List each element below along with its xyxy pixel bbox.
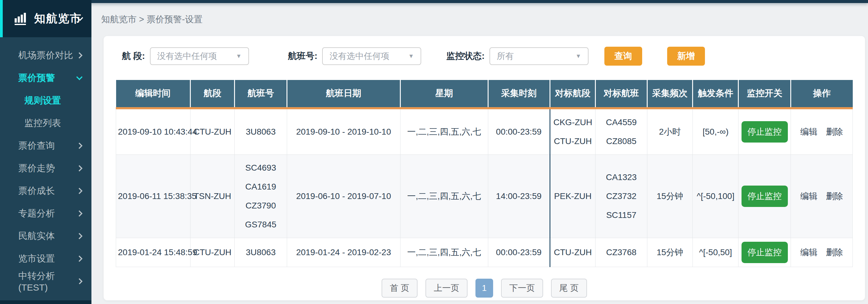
cell-line: CZ3732 <box>597 187 645 206</box>
caret-down-icon: ▼ <box>576 53 581 59</box>
first-page-button[interactable]: 首 页 <box>381 279 417 298</box>
cell-flight-date: 2019-06-10 - 2019-07-10 <box>287 155 400 238</box>
cell-collect-frequency: 2小时 <box>647 108 693 155</box>
cell-trigger-condition: ^[-50,100] <box>693 155 739 238</box>
next-page-button[interactable]: 下一页 <box>501 279 543 298</box>
monitor-status-select-value: 所有 <box>497 50 514 62</box>
column-header-benchmark-segment: 对标航段 <box>550 80 595 108</box>
cell-edit-time: 2019-01-24 15:48:59 <box>116 238 190 267</box>
cell-line: CA1323 <box>597 168 645 187</box>
column-header-flight-date: 航班日期 <box>287 80 400 108</box>
flight-no-select[interactable]: 没有选中任何项 ▼ <box>322 47 421 65</box>
column-header-benchmark-flight: 对标航班 <box>595 80 647 108</box>
content-card: 航 段: 没有选中任何项 ▼ 航班号: 没有选中任何项 ▼ 监控状态: 所有 ▼… <box>104 36 865 300</box>
sidebar-item-专题分析[interactable]: 专题分析 <box>0 202 91 225</box>
edit-link[interactable]: 编辑 <box>800 191 817 201</box>
query-button[interactable]: 查询 <box>604 47 642 65</box>
cell-collect-time: 00:00-23:59 <box>488 238 550 267</box>
cell-monitor-switch: 停止监控 <box>739 108 791 155</box>
sidebar-footer <box>0 300 91 304</box>
cell-line: SC4693 <box>237 158 285 177</box>
table-row: 2019-06-11 15:38:35TSN-ZUHSC4693CA1619CZ… <box>116 155 853 238</box>
chevron-right-icon <box>76 52 83 58</box>
cell-flight-no: 3U8063 <box>235 238 287 267</box>
cell-line: CA4559 <box>597 113 645 132</box>
caret-down-icon: ▼ <box>236 53 242 59</box>
column-header-collect-frequency: 采集频次 <box>647 80 693 108</box>
edit-link[interactable]: 编辑 <box>800 248 817 257</box>
cell-line: CZ8085 <box>597 132 645 151</box>
stop-monitoring-button[interactable]: 停止监控 <box>742 242 788 263</box>
sidebar-item-中转分析(TEST)[interactable]: 中转分析(TEST) <box>0 270 91 293</box>
table-row: 2019-09-10 10:43:44CTU-ZUH3U80632019-09-… <box>116 108 853 155</box>
cell-segment: CTU-ZUH <box>190 108 235 155</box>
sidebar-item-规则设置[interactable]: 规则设置 <box>0 89 91 112</box>
sidebar-item-票价预警[interactable]: 票价预警 <box>0 66 91 89</box>
last-page-button[interactable]: 尾 页 <box>551 279 587 298</box>
segment-select-value: 没有选中任何项 <box>157 50 217 62</box>
caret-down-icon: ▼ <box>408 53 414 59</box>
delete-link[interactable]: 删除 <box>826 191 843 201</box>
sidebar-menu: 机场票价对比票价预警规则设置监控列表票价查询票价走势票价成长专题分析民航实体览市… <box>0 37 91 300</box>
cell-line: 一,二,三,四,五,六,七 <box>402 186 486 206</box>
cell-segment: CTU-ZUH <box>190 238 235 267</box>
sidebar-header[interactable]: 知航览市 <box>0 0 91 37</box>
sidebar-item-机场票价对比[interactable]: 机场票价对比 <box>0 44 91 66</box>
delete-link[interactable]: 删除 <box>826 127 843 136</box>
cell-line: SC1157 <box>597 206 645 225</box>
cell-line: 2019-01-24 - 2019-02-23 <box>289 243 398 262</box>
sidebar-item-票价走势[interactable]: 票价走势 <box>0 157 91 179</box>
column-header-segment: 航段 <box>190 80 235 108</box>
cell-edit-time: 2019-06-11 15:38:35 <box>116 155 190 238</box>
cell-line: CTU-ZUH <box>192 122 232 141</box>
cell-weekdays: 一,二,三,四,五,六,七 <box>400 108 488 155</box>
delete-link[interactable]: 删除 <box>826 248 843 257</box>
sidebar: 知航览市 机场票价对比票价预警规则设置监控列表票价查询票价走势票价成长专题分析民… <box>0 0 91 304</box>
sidebar-accent-bar <box>0 0 3 37</box>
monitor-status-filter-label: 监控状态: <box>446 50 485 62</box>
cell-flight-no: SC4693CA1619CZ3790GS7845 <box>235 155 287 238</box>
cell-line: 2019-06-10 - 2019-07-10 <box>289 187 398 206</box>
edit-link[interactable]: 编辑 <box>800 127 817 136</box>
monitor-status-select[interactable]: 所有 ▼ <box>490 47 589 65</box>
column-header-flight-no: 航班号 <box>235 80 287 108</box>
page-number-button[interactable]: 1 <box>475 279 493 298</box>
cell-benchmark-segment: PEK-ZUH <box>550 155 595 238</box>
sidebar-item-监控列表[interactable]: 监控列表 <box>0 112 91 134</box>
cell-collect-time: 00:00-23:59 <box>488 108 550 155</box>
cell-line: 一,二,三,四,五,六,七 <box>402 121 486 142</box>
cell-collect-time: 14:00-23:59 <box>488 155 550 238</box>
cell-line: CA1619 <box>237 177 285 196</box>
cell-line: 2小时 <box>649 121 691 142</box>
column-header-operations: 操作 <box>790 80 852 108</box>
sidebar-item-label: 机场票价对比 <box>18 49 73 62</box>
add-button[interactable]: 新增 <box>667 47 705 65</box>
column-header-trigger-condition: 触发条件 <box>693 80 739 108</box>
stop-monitoring-button[interactable]: 停止监控 <box>742 121 788 142</box>
cell-collect-frequency: 15分钟 <box>647 238 693 267</box>
cell-weekdays: 一,二,三,四,五,六,七 <box>400 155 488 238</box>
cell-line: TSN-ZUH <box>192 187 232 206</box>
segment-select[interactable]: 没有选中任何项 ▼ <box>150 47 249 65</box>
cell-line: CKG-ZUH <box>552 113 594 132</box>
chevron-right-icon <box>76 232 83 239</box>
sidebar-item-票价成长[interactable]: 票价成长 <box>0 179 91 202</box>
sidebar-item-览市设置[interactable]: 览市设置 <box>0 247 91 270</box>
sidebar-item-票价查询[interactable]: 票价查询 <box>0 134 91 157</box>
sidebar-item-民航实体[interactable]: 民航实体 <box>0 225 91 247</box>
cell-line: 2019-06-11 15:38:35 <box>118 187 188 206</box>
cell-collect-frequency: 15分钟 <box>647 155 693 238</box>
app-title: 知航览市 <box>34 11 82 26</box>
cell-line: PEK-ZUH <box>552 187 594 206</box>
cell-weekdays: 一,二,三,四,五,六,七 <box>400 238 488 267</box>
chevron-right-icon <box>76 142 83 149</box>
cell-line: 一,二,三,四,五,六,七 <box>402 242 486 263</box>
cell-line: 3U8063 <box>237 243 285 262</box>
cell-line: 00:00-23:59 <box>490 122 548 141</box>
cell-line: 14:00-23:59 <box>490 187 548 206</box>
rules-table-wrap: 编辑时间航段航班号航班日期星期采集时刻对标航段对标航班采集频次触发条件监控开关操… <box>116 80 853 267</box>
rules-table: 编辑时间航段航班号航班日期星期采集时刻对标航段对标航班采集频次触发条件监控开关操… <box>116 80 853 267</box>
prev-page-button[interactable]: 上一页 <box>426 279 467 298</box>
stop-monitoring-button[interactable]: 停止监控 <box>742 186 788 207</box>
cell-line: CZ3768 <box>597 243 645 262</box>
